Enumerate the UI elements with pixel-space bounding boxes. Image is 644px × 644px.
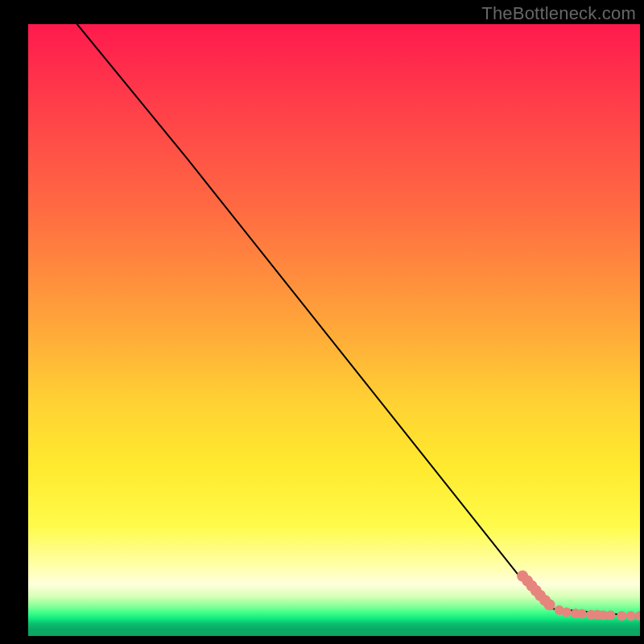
scatter-point	[626, 611, 636, 621]
chart-frame: TheBottleneck.com	[0, 0, 644, 644]
scatter-point	[562, 607, 572, 617]
scatter-point	[635, 611, 640, 621]
scatter-point	[544, 599, 555, 610]
plot-area	[28, 24, 640, 636]
scatter-points	[517, 571, 640, 621]
scatter-point	[606, 610, 616, 620]
watermark-text: TheBottleneck.com	[481, 3, 636, 24]
main-curve	[77, 24, 640, 617]
chart-overlay	[28, 24, 640, 636]
scatter-point	[617, 611, 626, 621]
curve-line	[77, 24, 640, 617]
scatter-point	[577, 609, 587, 619]
